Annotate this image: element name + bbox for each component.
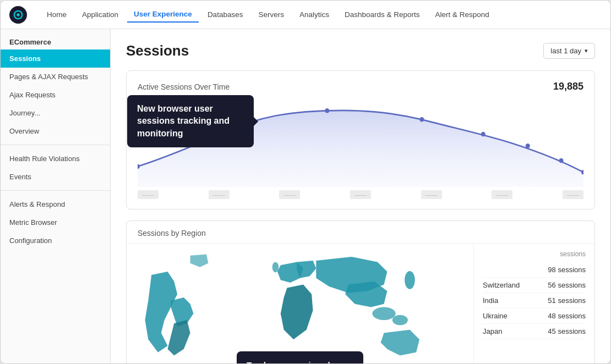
svg-point-1 [17, 13, 19, 16]
svg-point-4 [325, 108, 329, 113]
callout-geography: Track user sessions by geography [237, 351, 363, 363]
sidebar-item-sessions[interactable]: Sessions [1, 49, 110, 68]
sessions-list: sessions 98 sessions Switzerland 56 sess… [473, 244, 594, 363]
sidebar-item-configuration[interactable]: Configuration [1, 231, 110, 250]
sidebar-item-jo[interactable]: Journey... [1, 104, 110, 122]
sessions-list-header: sessions [483, 250, 586, 258]
region-card-header: Sessions by Region [127, 221, 594, 244]
sidebar-item-alerts-respond[interactable]: Alerts & Respond [1, 195, 110, 213]
main-layout: ECommerce Sessions Pages & AJAX Requests… [1, 29, 610, 363]
sessions-row-4: Japan 45 sessions [483, 324, 586, 339]
app-frame: Home Application User Experience Databas… [0, 0, 611, 364]
svg-point-6 [481, 132, 485, 137]
world-map-svg [132, 249, 468, 363]
page-title: Sessions [126, 42, 189, 59]
region-card: Sessions by Region [126, 220, 595, 363]
region-layout: Track user sessions by geography session… [127, 244, 594, 363]
svg-point-7 [526, 144, 530, 148]
nav-analytics[interactable]: Analytics [293, 7, 336, 22]
chart-value: 19,885 [553, 81, 583, 92]
sidebar-divider-2 [1, 190, 110, 191]
chart-title: Active Sessions Over Time [138, 82, 230, 91]
map-area: Track user sessions by geography [127, 244, 473, 363]
top-nav: Home Application User Experience Databas… [1, 1, 610, 29]
sessions-row-0: 98 sessions [483, 262, 586, 278]
nav-alert[interactable]: Alert & Respond [429, 7, 496, 22]
svg-point-12 [405, 271, 415, 289]
sidebar-item-metric-browser[interactable]: Metric Browser [1, 213, 110, 231]
app-logo[interactable] [9, 6, 27, 24]
main-content: New browser user sessions tracking and m… [111, 29, 610, 363]
nav-user-experience[interactable]: User Experience [127, 7, 199, 23]
nav-items: Home Application User Experience Databas… [40, 7, 602, 23]
sidebar-section-label: ECommerce [1, 29, 110, 49]
time-picker[interactable]: last 1 day ▾ [543, 43, 595, 59]
card-header: Active Sessions Over Time 19,885 [138, 81, 583, 92]
svg-point-10 [372, 307, 395, 320]
svg-point-5 [419, 117, 424, 122]
sidebar-item-events[interactable]: Events [1, 168, 110, 186]
svg-point-8 [559, 158, 563, 163]
sidebar-divider-1 [1, 145, 110, 145]
callout-sessions: New browser user sessions tracking and m… [127, 95, 254, 147]
nav-databases[interactable]: Databases [201, 7, 250, 22]
sessions-row-1: Switzerland 56 sessions [483, 278, 586, 293]
sidebar-item-pages[interactable]: Pages & AJAX Requests [1, 68, 110, 86]
svg-point-13 [272, 262, 279, 272]
sidebar-item-health-rule[interactable]: Health Rule Violations [1, 150, 110, 168]
nav-servers[interactable]: Servers [252, 7, 291, 22]
sessions-row-3: Ukraine 48 sessions [483, 308, 586, 324]
nav-dashboards[interactable]: Dashboards & Reports [338, 7, 427, 22]
sessions-row-2: India 51 sessions [483, 293, 586, 308]
nav-application[interactable]: Application [75, 7, 125, 22]
sidebar-item-ajax[interactable]: Ajax Requests [1, 86, 110, 104]
chevron-down-icon: ▾ [585, 47, 588, 54]
sidebar-item-or[interactable]: Overview [1, 122, 110, 140]
svg-point-11 [392, 315, 408, 326]
content-header: Sessions last 1 day ▾ [126, 42, 595, 59]
nav-home[interactable]: Home [40, 7, 73, 22]
sidebar: ECommerce Sessions Pages & AJAX Requests… [1, 29, 111, 363]
chart-xaxis: —— —— —— —— —— —— —— [138, 187, 583, 199]
